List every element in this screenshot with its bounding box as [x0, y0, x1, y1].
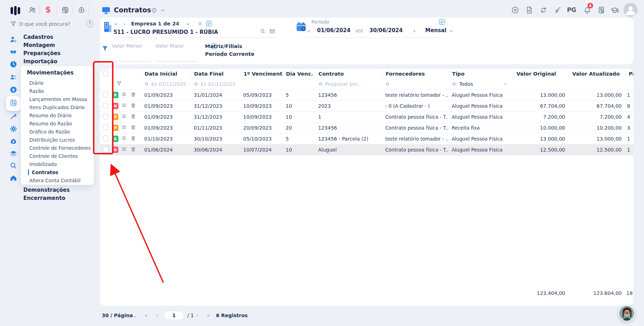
search-fornecedores[interactable]: [382, 82, 449, 87]
period-prev-button[interactable]: ‹: [308, 28, 310, 34]
rail-active-tile[interactable]: [6, 96, 21, 111]
company-close-icon[interactable]: ×: [198, 20, 203, 27]
col-header-dia-venc[interactable]: Dia Venc.: [282, 71, 315, 77]
row-delete-icon[interactable]: [130, 147, 136, 154]
col-header-valor-atualizado[interactable]: Valor Atualizado: [569, 71, 625, 77]
sidebar-item-importacao[interactable]: Importação: [23, 58, 57, 65]
rail-people-icon[interactable]: [9, 73, 18, 81]
audit-log-icon[interactable]: [597, 6, 605, 14]
sidebar-search-input[interactable]: [19, 20, 83, 28]
user-avatar[interactable]: [623, 3, 638, 17]
app-logo-icon[interactable]: [10, 5, 23, 16]
rail-search-icon[interactable]: [9, 161, 18, 170]
row-menu-icon[interactable]: [121, 114, 127, 120]
period-checkbox[interactable]: [439, 19, 445, 25]
col-header-data-final[interactable]: Data Final: [191, 71, 240, 77]
row-delete-icon[interactable]: [130, 114, 136, 121]
collapse-chevron-up-icon[interactable]: [160, 7, 165, 14]
rail-home-icon[interactable]: [9, 174, 18, 182]
submenu-item-imobilizado[interactable]: Imobilizado: [29, 161, 57, 167]
company-last-button[interactable]: »: [186, 20, 190, 27]
last-page-button[interactable]: »: [207, 312, 210, 319]
document-icon[interactable]: [525, 6, 533, 14]
submenu-item-distribuicao-lucros[interactable]: Distribuição Lucros: [29, 137, 75, 143]
rail-moneybag-icon[interactable]: $: [9, 137, 18, 146]
row-delete-icon[interactable]: [130, 125, 136, 132]
submenu-item-contratos[interactable]: Contratos: [28, 170, 58, 175]
table-row[interactable]: P 01/09/2023 31/12/2023 10/09/2023 10 1 …: [100, 111, 633, 122]
filter-funnel-icon[interactable]: [101, 45, 109, 54]
row-menu-icon[interactable]: [121, 147, 127, 153]
submenu-item-lancamentos-massa[interactable]: Lançamentos em Massa: [29, 96, 87, 102]
people-module-icon[interactable]: [28, 6, 36, 14]
period-mode-select[interactable]: Mensal: [425, 27, 446, 34]
company-next-button[interactable]: ›: [177, 20, 179, 27]
period-date-from[interactable]: 01/06/2024: [317, 27, 350, 34]
learning-cap-icon[interactable]: [610, 6, 619, 14]
table-filter-funnel-icon[interactable]: [116, 81, 122, 88]
submenu-item-resumo-diario[interactable]: Resumo do Diário: [29, 113, 71, 118]
sidebar-item-cadastros[interactable]: Cadastros: [23, 34, 53, 40]
period-next-button[interactable]: ›: [413, 28, 415, 34]
col-header-primeiro-vencimento[interactable]: 1º Vencimento: [240, 71, 282, 77]
row-menu-icon[interactable]: [121, 92, 127, 99]
rail-trending-icon[interactable]: [9, 112, 18, 121]
company-first-button[interactable]: «: [114, 20, 118, 27]
submenu-item-controle-fornecedores[interactable]: Controle de Fornecedores: [29, 145, 90, 151]
sidebar-filter-icon[interactable]: [10, 20, 17, 29]
submenu-item-altera-conta[interactable]: Altera Conta Contábil: [29, 178, 81, 183]
add-icon[interactable]: [511, 6, 519, 14]
period-mode-chevron-down-icon[interactable]: [449, 28, 454, 35]
rail-handshake-icon[interactable]: [9, 48, 18, 56]
company-search-icon[interactable]: [260, 28, 266, 36]
period-date-to[interactable]: 30/06/2024: [369, 27, 403, 34]
table-row[interactable]: N 01/09/2023 31/12/2023 10/09/2023 10 20…: [100, 100, 633, 111]
row-delete-icon[interactable]: [130, 103, 136, 110]
rail-clock-icon[interactable]: [9, 60, 18, 69]
moneybag-module-icon[interactable]: [77, 6, 86, 14]
col-header-tipo[interactable]: Tipo: [449, 71, 513, 77]
col-header-valor-original[interactable]: Valor Original: [513, 71, 569, 77]
rail-dollar-icon[interactable]: $: [9, 85, 18, 94]
valor-menor-input[interactable]: Valor Menor: [112, 43, 142, 49]
filter-tipo-select[interactable]: Todos: [449, 81, 513, 87]
rail-layers-icon[interactable]: [9, 149, 18, 158]
sync-icon[interactable]: [539, 6, 548, 14]
broom-icon[interactable]: [554, 6, 562, 14]
info-icon[interactable]: [151, 7, 157, 14]
calculator-module-icon[interactable]: [61, 6, 69, 14]
finance-module-icon[interactable]: $: [45, 4, 53, 12]
col-header-contrato[interactable]: Contrato: [315, 71, 382, 77]
submenu-item-resumo-razao[interactable]: Resumo do Razão: [29, 121, 72, 126]
sidebar-item-montagem[interactable]: Montagem: [23, 42, 55, 48]
rail-person-settings-icon[interactable]: [9, 35, 18, 44]
col-header-parcelas[interactable]: Parc: [625, 71, 633, 77]
search-data-final[interactable]: Ex 01/11/2025: [191, 81, 240, 87]
valor-maior-input[interactable]: Valor Maior: [155, 43, 184, 49]
page-size-chevron-down-icon[interactable]: [133, 314, 137, 320]
submenu-item-grafico-razao[interactable]: Gráfico do Razão: [29, 129, 70, 135]
sidebar-item-demonstracoes[interactable]: Demonstrações: [23, 187, 70, 193]
next-page-button[interactable]: ›: [196, 312, 198, 319]
row-menu-icon[interactable]: [121, 125, 127, 131]
page-size-select[interactable]: 30 / Página: [102, 313, 133, 318]
company-prev-button[interactable]: ‹: [123, 20, 125, 27]
col-header-fornecedores[interactable]: Fornecedores: [382, 71, 449, 77]
company-checkbox[interactable]: [206, 21, 212, 26]
sidebar-item-encerramento[interactable]: Encerramento: [23, 195, 65, 201]
search-contrato[interactable]: Pesquisar por...: [315, 81, 382, 87]
page-number-input[interactable]: [164, 311, 184, 320]
row-menu-icon[interactable]: [121, 136, 127, 142]
row-menu-icon[interactable]: [121, 103, 127, 109]
pg-button[interactable]: PG: [567, 6, 576, 13]
submenu-item-razao[interactable]: Razão: [29, 88, 44, 94]
rail-gear-icon[interactable]: [9, 125, 18, 133]
sidebar-item-preparacoes[interactable]: Preparações: [23, 50, 60, 57]
row-delete-icon[interactable]: [130, 92, 136, 99]
first-page-button[interactable]: «: [145, 312, 148, 319]
table-row-selected[interactable]: N 01/06/2024 30/06/2024 10/07/2024 10 Al…: [100, 144, 633, 155]
help-icon[interactable]: ?: [86, 20, 93, 27]
support-avatar[interactable]: [619, 305, 635, 321]
submenu-item-diario[interactable]: Diário: [29, 80, 43, 86]
company-mail-icon[interactable]: [269, 28, 275, 36]
